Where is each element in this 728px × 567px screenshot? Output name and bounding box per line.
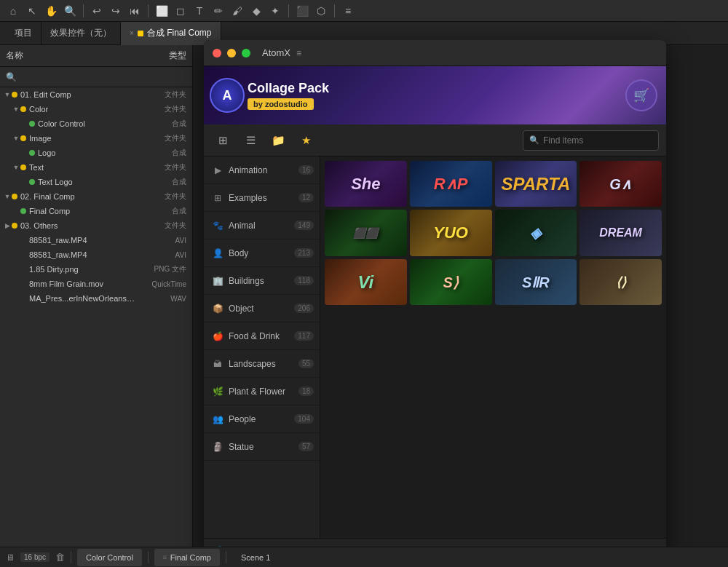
banner-pack-title: Collage Pack [248, 81, 329, 96]
category-animation[interactable]: ▶ Animation 16 [204, 156, 320, 184]
grid-thumb-10[interactable]: S⟩ [410, 259, 492, 305]
grid-thumb-4[interactable]: G∧ [579, 161, 662, 207]
bottom-tab-color-control[interactable]: Color Control [77, 549, 142, 566]
step-back-icon[interactable]: ⏮ [127, 4, 142, 18]
plant-flower-label: Plant & Flower [229, 386, 294, 397]
animation-icon: ▶ [211, 164, 224, 177]
banner-content: Collage Pack by zodostudio [248, 81, 329, 110]
grid-thumb-3[interactable]: SPARTA [495, 161, 577, 207]
badge-file2 [20, 252, 26, 258]
buildings-label: Buildings [229, 276, 290, 286]
paint-icon[interactable]: 🖌 [230, 4, 245, 18]
banner-cart-button[interactable]: 🛒 [625, 79, 657, 111]
body-count: 213 [294, 248, 314, 258]
grid-thumb-11[interactable]: SⅡR [495, 259, 577, 305]
tree-item-text-logo[interactable]: Text Logo 合成 [0, 175, 192, 189]
banner-logo: A [210, 78, 245, 113]
body-icon: 👤 [211, 247, 224, 260]
category-landscapes[interactable]: 🏔 Landscapes 55 [204, 350, 320, 378]
grid-thumb-9[interactable]: Vi [325, 259, 407, 305]
category-plant-flower[interactable]: 🌿 Plant & Flower 18 [204, 378, 320, 405]
tree-item-color-control[interactable]: Color Control 合成 [0, 116, 192, 131]
list-view-button[interactable]: ☰ [239, 129, 262, 152]
category-statue[interactable]: 🗿 Statue 57 [204, 433, 320, 461]
badge-file3 [20, 266, 26, 272]
category-examples[interactable]: ⊞ Examples 12 [204, 184, 320, 212]
tree-item-logo[interactable]: Logo 合成 [0, 146, 192, 160]
text-icon[interactable]: T [192, 4, 207, 18]
bottom-tab-final-comp[interactable]: ≡ Final Comp [154, 549, 220, 566]
badge-logo [29, 150, 35, 156]
trash-icon[interactable]: 🗑 [55, 552, 65, 563]
grid-thumb-12[interactable]: ⟨⟩ [579, 259, 662, 305]
tree-item-file1[interactable]: 88581_raw.MP4 AVI [0, 233, 192, 247]
tree-item-file3[interactable]: 1.85 Dirty.png PNG 文件 [0, 262, 192, 277]
tree-item-file2[interactable]: 88581_raw.MP4 AVI [0, 247, 192, 262]
align-icon[interactable]: ≡ [341, 4, 355, 18]
maximize-button[interactable] [242, 49, 250, 58]
grid-thumb-2[interactable]: R∧P [410, 161, 492, 207]
category-object[interactable]: 📦 Object 206 [204, 295, 320, 322]
pen-icon[interactable]: ✏ [211, 4, 226, 18]
lasso-icon[interactable]: ◻ [173, 4, 188, 18]
marquee-icon[interactable]: ⬜ [154, 4, 169, 18]
people-icon: 👥 [211, 413, 224, 426]
category-food-drink[interactable]: 🍎 Food & Drink 117 [204, 322, 320, 350]
tree-item-final-comp-folder[interactable]: ▼ 02. Final Comp 文件夹 [0, 189, 192, 204]
hand-icon[interactable]: ✋ [44, 4, 58, 18]
effects-tab[interactable]: 效果控件（无） [41, 22, 121, 45]
tree-item-file5[interactable]: MA_Pres...erInNewOrleans.wav WAV [0, 291, 192, 306]
close-button[interactable] [213, 49, 221, 58]
left-panel: 名称 类型 🔍 ▼ 01. Edit Comp 文件夹 ▼ Color 文件夹 [0, 45, 193, 547]
grid-thumb-5[interactable]: ⬛⬛ [325, 210, 407, 255]
undo-icon[interactable]: ↩ [90, 4, 104, 18]
zoom-icon[interactable]: 🔍 [63, 4, 77, 18]
minimize-button[interactable] [227, 49, 236, 58]
plant-flower-count: 18 [298, 386, 314, 396]
left-search-input[interactable] [20, 72, 186, 82]
badge-final-comp [12, 194, 17, 199]
folder-button[interactable]: 📁 [266, 129, 290, 152]
badge-edit-comp [12, 92, 17, 98]
category-people[interactable]: 👥 People 104 [204, 405, 320, 433]
left-search-bar[interactable]: 🔍 [0, 67, 192, 87]
shape-icon[interactable]: ◆ [249, 4, 264, 18]
grid-thumb-6[interactable]: YUO [410, 210, 492, 255]
plugin-search-input[interactable] [543, 135, 652, 146]
cursor-icon[interactable]: ↖ [25, 4, 39, 18]
tree-item-text-folder[interactable]: ▼ Text 文件夹 [0, 160, 192, 175]
plugin-menu-icon[interactable]: ≡ [296, 48, 301, 58]
mask-icon[interactable]: ⬛ [295, 4, 309, 18]
puppet-icon[interactable]: ✦ [268, 4, 282, 18]
plugin-window: AtomX ≡ A Collage Pack by zodostudio 🛒 ⊞… [204, 40, 666, 564]
category-animal[interactable]: 🐾 Animal 149 [204, 212, 320, 239]
tree-arrow-color: ▼ [12, 106, 20, 113]
object-count: 206 [294, 304, 314, 313]
filter-button[interactable]: ⊞ [211, 129, 234, 152]
tree-item-image-folder[interactable]: ▼ Image 文件夹 [0, 131, 192, 146]
tree-item-file4[interactable]: 8mm Film Grain.mov QuickTime [0, 277, 192, 291]
tree-item-edit-comp[interactable]: ▼ 01. Edit Comp 文件夹 [0, 87, 192, 102]
animal-label: Animal [229, 221, 290, 231]
grid-thumb-1[interactable]: She [325, 161, 407, 207]
tree-arrow-image: ▼ [12, 135, 20, 142]
search-icon: 🔍 [529, 135, 539, 145]
bottom-tab-scene1[interactable]: Scene 1 [232, 549, 279, 566]
tab-close-icon[interactable]: × [130, 29, 134, 37]
3d-icon[interactable]: ⬡ [314, 4, 328, 18]
tree-item-final-comp[interactable]: Final Comp 合成 [0, 204, 192, 218]
category-body[interactable]: 👤 Body 213 [204, 239, 320, 267]
redo-icon[interactable]: ↪ [108, 4, 123, 18]
plugin-search-box[interactable]: 🔍 [523, 130, 659, 151]
project-tab[interactable]: 项目 [6, 22, 41, 45]
grid-thumb-7[interactable]: ◈ [495, 210, 577, 255]
grid-thumb-8[interactable]: DREAM [579, 210, 662, 255]
plugin-banner: A Collage Pack by zodostudio 🛒 [204, 66, 666, 124]
home-icon[interactable]: ⌂ [6, 4, 20, 18]
animation-label: Animation [229, 165, 294, 175]
food-drink-label: Food & Drink [229, 331, 290, 341]
favorites-button[interactable]: ★ [294, 129, 317, 152]
tree-item-others-folder[interactable]: ▶ 03. Others 文件夹 [0, 218, 192, 233]
category-buildings[interactable]: 🏢 Buildings 118 [204, 267, 320, 295]
tree-item-color-folder[interactable]: ▼ Color 文件夹 [0, 102, 192, 116]
